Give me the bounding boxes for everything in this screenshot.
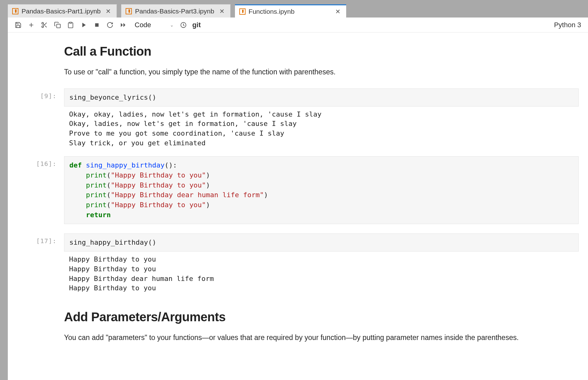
- close-icon[interactable]: ✕: [219, 8, 225, 15]
- svg-rect-8: [69, 22, 72, 23]
- svg-point-2: [42, 22, 44, 24]
- markdown-cell[interactable]: Call a Function To use or "call" a funct…: [8, 44, 588, 78]
- code-cell-17[interactable]: [17]: sing_happy_birthday() Happy Birthd…: [8, 233, 588, 301]
- heading-call-a-function: Call a Function: [64, 44, 579, 58]
- code-output: Okay, okay, ladies, now let's get in for…: [64, 107, 579, 156]
- copy-button[interactable]: [51, 19, 64, 31]
- code-cell-16[interactable]: [16]: def sing_happy_birthday(): print("…: [8, 156, 588, 224]
- code-cell-9[interactable]: [9]: sing_beyonce_lyrics() Okay, okay, l…: [8, 88, 588, 156]
- restart-button[interactable]: [103, 19, 117, 31]
- timing-button[interactable]: [177, 19, 190, 31]
- code-input[interactable]: sing_beyonce_lyrics(): [64, 88, 579, 107]
- notebook-icon: [12, 8, 18, 14]
- code-input[interactable]: sing_happy_birthday(): [64, 233, 579, 252]
- cell-type-select[interactable]: Code ⌄: [132, 19, 177, 31]
- tab-strip: Pandas-Basics-Part1.ipynb ✕ Pandas-Basic…: [8, 0, 588, 18]
- tab-pandas-part1[interactable]: Pandas-Basics-Part1.ipynb ✕: [8, 4, 117, 18]
- run-button[interactable]: [77, 19, 90, 31]
- cell-type-label: Code: [135, 21, 151, 29]
- app-frame: Pandas-Basics-Part1.ipynb ✕ Pandas-Basic…: [8, 0, 588, 380]
- cut-button[interactable]: [38, 19, 51, 31]
- in-prompt: [9]:: [8, 92, 61, 100]
- close-icon[interactable]: ✕: [106, 8, 111, 15]
- tab-label: Pandas-Basics-Part3.ipynb: [135, 8, 214, 15]
- chevron-down-icon: ⌄: [170, 22, 174, 28]
- notebook-icon: [126, 8, 132, 14]
- save-button[interactable]: [12, 19, 25, 31]
- svg-line-6: [43, 24, 44, 25]
- tab-label: Functions.ipynb: [249, 8, 295, 15]
- git-button[interactable]: git: [190, 21, 203, 29]
- kernel-name[interactable]: Python 3: [554, 21, 584, 29]
- markdown-cell[interactable]: Add Parameters/Arguments You can add "pa…: [8, 310, 588, 343]
- in-prompt: [16]:: [8, 160, 61, 168]
- tab-pandas-part3[interactable]: Pandas-Basics-Part3.ipynb ✕: [121, 4, 230, 18]
- tab-label: Pandas-Basics-Part1.ipynb: [22, 8, 101, 15]
- svg-point-3: [42, 26, 44, 28]
- heading-add-parameters: Add Parameters/Arguments: [64, 310, 579, 324]
- in-prompt: [17]:: [8, 237, 61, 245]
- paragraph: To use or "call" a function, you simply …: [64, 67, 579, 78]
- run-all-button[interactable]: [117, 19, 130, 31]
- svg-marker-11: [121, 23, 123, 27]
- svg-rect-7: [57, 24, 60, 28]
- svg-rect-10: [95, 23, 99, 27]
- notebook-inner: Call a Function To use or "call" a funct…: [8, 32, 588, 363]
- paste-button[interactable]: [64, 19, 77, 31]
- notebook-area[interactable]: Call a Function To use or "call" a funct…: [8, 32, 588, 380]
- code-output: Happy Birthday to you Happy Birthday to …: [64, 252, 579, 301]
- svg-marker-12: [123, 23, 125, 27]
- notebook-icon: [239, 8, 246, 15]
- paragraph: You can add "parameters" to your functio…: [64, 332, 579, 343]
- tab-functions[interactable]: Functions.ipynb ✕: [235, 4, 346, 18]
- close-icon[interactable]: ✕: [335, 8, 341, 15]
- notebook-toolbar: Code ⌄ git Python 3: [8, 18, 588, 32]
- svg-marker-9: [82, 22, 86, 27]
- insert-cell-button[interactable]: [25, 19, 38, 31]
- svg-line-5: [45, 26, 47, 27]
- stop-button[interactable]: [90, 19, 103, 31]
- code-input[interactable]: def sing_happy_birthday(): print("Happy …: [64, 156, 579, 224]
